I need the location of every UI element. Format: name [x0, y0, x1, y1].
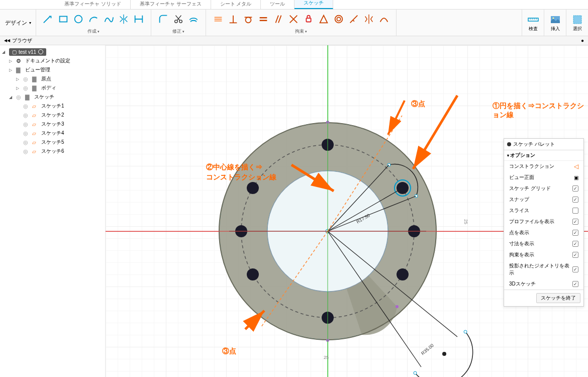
row-snap[interactable]: スナップ	[504, 194, 583, 205]
slice-checkbox[interactable]	[572, 208, 578, 214]
symmetry-icon[interactable]	[363, 13, 375, 25]
tangent-icon[interactable]	[242, 13, 254, 25]
equal-icon[interactable]	[257, 13, 269, 25]
svg-point-37	[442, 352, 446, 356]
snap-checkbox[interactable]	[572, 197, 578, 203]
concentric-icon[interactable]	[333, 13, 345, 25]
row-profile[interactable]: プロファイルを表示	[504, 216, 583, 227]
collinear-icon[interactable]	[348, 13, 360, 25]
svg-rect-8	[528, 18, 538, 21]
svg-point-21	[247, 182, 259, 194]
inspect-tool[interactable]: 検査	[522, 10, 544, 36]
svg-point-7	[337, 17, 340, 21]
svg-point-35	[414, 371, 417, 374]
row-lookat[interactable]: ビュー正面▣	[504, 172, 583, 183]
points-checkbox[interactable]	[572, 230, 578, 236]
spline-icon[interactable]	[103, 13, 115, 25]
ruler-icon	[527, 14, 539, 26]
browser-panel: ◢ ▢test v11 ▷⚙ドキュメントの設定 ▷▇ビュー管理 ▷◎▇原点 ▷◎…	[0, 45, 106, 377]
insert-tool[interactable]: 挿入	[544, 10, 566, 36]
design-dropdown[interactable]: デザイン	[0, 10, 36, 36]
grid-checkbox[interactable]	[572, 185, 578, 192]
sketch-palette: スケッチ パレット オプション コンストラクション◁ ビュー正面▣ スケッチ グ…	[504, 138, 584, 307]
annot-point-bottom: ③点	[222, 347, 236, 356]
rectangle-icon[interactable]	[57, 13, 69, 25]
annot-centerline-2: コンストラクション線	[206, 173, 276, 182]
svg-point-6	[335, 15, 343, 23]
select-icon	[571, 14, 583, 26]
tree-root[interactable]: ◢ ▢test v11	[2, 47, 103, 56]
tab-sheet-metal[interactable]: シート メタル	[211, 0, 261, 9]
tab-solid[interactable]: 基準フィーチャ ソリッド	[55, 0, 131, 9]
tree-sketch-4[interactable]: ◎▱スケッチ4	[2, 129, 103, 138]
arc-icon[interactable]	[87, 13, 100, 25]
circle-icon[interactable]	[72, 13, 84, 25]
finish-sketch-button[interactable]: スケッチを終了	[536, 293, 580, 303]
row-points[interactable]: 点を表示	[504, 227, 583, 238]
lookat-icon: ▣	[574, 175, 578, 180]
tree-origin[interactable]: ▷◎▇原点	[2, 74, 103, 83]
tree-sketch-1[interactable]: ◎▱スケッチ1	[2, 102, 103, 111]
row-slice[interactable]: スライス	[504, 205, 583, 216]
select-tool[interactable]: 選択	[566, 10, 588, 36]
fix-icon[interactable]	[303, 13, 315, 25]
row-constraints[interactable]: 拘束を表示	[504, 249, 583, 260]
modify-label[interactable]: 修正	[172, 28, 184, 36]
trim-icon[interactable]	[172, 13, 184, 25]
dims-checkbox[interactable]	[572, 241, 578, 247]
tree-sketch-6[interactable]: ◎▱スケッチ6	[2, 147, 103, 156]
svg-rect-5	[306, 18, 311, 22]
toolbar: デザイン 作成 修正	[0, 9, 588, 36]
tree-body[interactable]: ▷◎▇ボディ	[2, 83, 103, 92]
tree-view-mgmt[interactable]: ▷▇ビュー管理	[2, 65, 103, 74]
collapse-icon[interactable]: ◀◀	[4, 38, 10, 43]
projected-checkbox[interactable]	[572, 266, 578, 272]
browser-bullet-icon[interactable]: ●	[581, 38, 584, 43]
row-construction[interactable]: コンストラクション◁	[504, 161, 583, 172]
tree-doc-settings[interactable]: ▷⚙ドキュメントの設定	[2, 56, 103, 65]
tab-sketch[interactable]: スケッチ	[295, 0, 333, 9]
svg-rect-11	[573, 16, 581, 24]
perpendicular-icon[interactable]	[227, 13, 239, 25]
tab-surface[interactable]: 基準フィーチャ サーフェス	[131, 0, 211, 9]
tree-sketch-3[interactable]: ◎▱スケッチ3	[2, 120, 103, 129]
construction-icon: ◁	[574, 163, 578, 170]
create-label[interactable]: 作成	[87, 28, 100, 36]
horizontal-icon[interactable]	[212, 13, 224, 25]
workspace-tabs: 基準フィーチャ ソリッド 基準フィーチャ サーフェス シート メタル ツール ス…	[0, 0, 588, 9]
parallel-icon[interactable]	[272, 13, 284, 25]
create-group: 作成	[36, 10, 151, 36]
browser-header: ◀◀ ブラウザ ●	[0, 36, 588, 45]
svg-rect-0	[60, 16, 67, 22]
svg-line-43	[388, 101, 405, 135]
mirror-icon[interactable]	[118, 13, 130, 25]
palette-header[interactable]: スケッチ パレット	[504, 139, 583, 150]
row-grid[interactable]: スケッチ グリッド	[504, 183, 583, 194]
fillet-icon[interactable]	[157, 13, 169, 25]
row-projected[interactable]: 投影されたジオメトリを表示	[504, 260, 583, 278]
sketch3d-checkbox[interactable]	[572, 281, 578, 287]
constrain-group: 拘束	[206, 10, 397, 36]
tree-sketch-2[interactable]: ◎▱スケッチ2	[2, 111, 103, 120]
svg-point-18	[397, 268, 409, 280]
offset-icon[interactable]	[187, 13, 200, 25]
constraints-checkbox[interactable]	[572, 252, 578, 258]
palette-options-section[interactable]: オプション	[504, 150, 583, 161]
profile-checkbox[interactable]	[572, 219, 578, 225]
svg-line-46	[245, 311, 264, 329]
dimension-icon[interactable]	[133, 13, 145, 25]
close-dot-icon[interactable]	[507, 142, 511, 146]
tree-sketch-folder[interactable]: ◢◎▇スケッチ	[2, 92, 103, 102]
annot-point-top: ③点	[411, 100, 425, 109]
row-3dsketch[interactable]: 3Dスケッチ	[504, 278, 583, 290]
tree-sketch-5[interactable]: ◎▱スケッチ5	[2, 138, 103, 147]
row-dims[interactable]: 寸法を表示	[504, 238, 583, 249]
line-icon[interactable]	[42, 13, 54, 25]
curvature-icon[interactable]	[378, 13, 390, 25]
midpoint-icon[interactable]	[318, 13, 330, 25]
tab-tool[interactable]: ツール	[261, 0, 295, 9]
constrain-label[interactable]: 拘束	[295, 28, 307, 36]
axis-label-25r: 25	[463, 219, 468, 224]
axis-label-25b: 25	[324, 355, 329, 360]
coincident-icon[interactable]	[287, 13, 300, 25]
